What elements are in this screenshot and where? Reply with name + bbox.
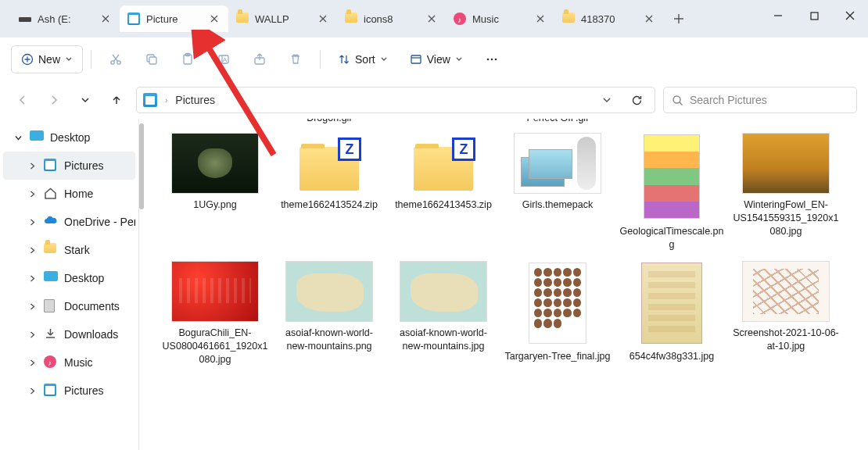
cut-button[interactable] (99, 45, 132, 73)
tab-wallp[interactable]: WALLP (228, 5, 337, 32)
close-tab-button[interactable] (208, 12, 221, 25)
sidebar-item-documents[interactable]: Documents (3, 292, 135, 320)
file-item[interactable]: 654c4fw38g331.jpg (615, 258, 729, 370)
scrollbar-thumb[interactable] (139, 123, 144, 209)
address-bar[interactable]: › Pictures (136, 87, 655, 113)
sidebar-item-music[interactable]: ♪Music (3, 348, 135, 377)
file-item[interactable]: asoiaf-known-world-new-mountains.png (272, 258, 386, 370)
onedrive-icon (44, 215, 58, 229)
tab-418370[interactable]: 418370 (554, 5, 663, 32)
separator (91, 50, 91, 69)
expand-chevron-icon[interactable] (13, 132, 23, 143)
separator (320, 50, 321, 69)
file-item[interactable]: WinteringFowl_EN-US1541559315_1920x1080.… (729, 130, 843, 255)
more-button[interactable] (475, 45, 508, 73)
file-item[interactable]: Ztheme1662413453.zip (386, 130, 500, 255)
view-button[interactable]: View (400, 45, 472, 73)
sidebar-item-stark[interactable]: Stark (3, 236, 135, 264)
file-name: BoguraChili_EN-US0800461661_1920x1080.jp… (161, 327, 269, 366)
sort-icon (338, 53, 350, 66)
forward-button[interactable] (42, 88, 66, 112)
tab-label: 418370 (581, 13, 637, 25)
expand-chevron-icon[interactable] (27, 160, 38, 171)
rename-button[interactable]: A (207, 45, 240, 73)
file-item[interactable]: asoiaf-known-world-new-mountains.jpg (386, 258, 500, 370)
expand-chevron-icon[interactable] (27, 301, 38, 312)
file-item[interactable]: Targaryen-Tree_final.jpg (500, 258, 615, 370)
sort-button[interactable]: Sort (328, 45, 397, 73)
sidebar-item-onedrive-per[interactable]: OneDrive - Per (3, 208, 135, 236)
file-item[interactable]: Girls.themepack (500, 130, 615, 255)
svg-point-14 (494, 59, 497, 61)
sidebar-item-desktop[interactable]: Desktop (3, 123, 135, 152)
back-button[interactable] (11, 88, 34, 112)
file-thumbnail (171, 133, 259, 194)
folder-icon (236, 12, 249, 25)
expand-chevron-icon[interactable] (27, 329, 38, 340)
file-name: Targaryen-Tree_final.jpg (504, 350, 610, 363)
address-dropdown-button[interactable] (595, 88, 619, 112)
file-name-partial: Perfect GIF.gif (500, 119, 615, 127)
sidebar-item-home[interactable]: Home (3, 180, 135, 208)
expand-chevron-icon[interactable] (27, 188, 38, 199)
tab-label: Ash (E: (38, 13, 93, 25)
paste-button[interactable] (171, 45, 204, 73)
tab-music[interactable]: ♪Music (446, 5, 554, 32)
recent-locations-button[interactable] (74, 88, 97, 112)
share-button[interactable] (243, 45, 276, 73)
tab-strip: Ash (E:PictureWALLPicons8♪Music418370 (0, 0, 868, 38)
svg-point-13 (490, 59, 493, 61)
expand-chevron-icon[interactable] (27, 385, 38, 396)
sidebar-item-desktop[interactable]: Desktop (3, 264, 135, 292)
expand-chevron-icon[interactable] (27, 273, 38, 284)
delete-button[interactable] (279, 45, 312, 73)
content-area[interactable]: Drogon.gifPerfect GIF.gif1UGy.pngZtheme1… (138, 119, 868, 450)
refresh-button[interactable] (625, 88, 648, 112)
close-tab-button[interactable] (317, 12, 329, 25)
file-item[interactable]: Ztheme1662413524.zip (272, 130, 386, 255)
sidebar-item-label: Stark (64, 244, 90, 256)
tab-ash-e-[interactable]: Ash (E: (11, 5, 120, 32)
sidebar-item-label: Music (64, 356, 93, 369)
copy-button[interactable] (135, 45, 168, 73)
file-item[interactable]: GeologicalTimescale.png (615, 130, 729, 255)
close-tab-button[interactable] (534, 12, 547, 25)
expand-chevron-icon[interactable] (27, 357, 38, 368)
file-name: asoiaf-known-world-new-mountains.jpg (389, 327, 497, 353)
maximize-button[interactable] (796, 0, 832, 31)
tab-picture[interactable]: Picture (120, 5, 228, 32)
file-name: Screenshot-2021-10-06-at-10.jpg (732, 327, 840, 353)
file-item[interactable]: Screenshot-2021-10-06-at-10.jpg (729, 258, 843, 370)
tab-icons8[interactable]: icons8 (337, 5, 446, 32)
close-tab-button[interactable] (425, 12, 438, 25)
minimize-button[interactable] (760, 0, 796, 31)
ellipsis-icon (485, 52, 499, 66)
expand-chevron-icon[interactable] (27, 216, 38, 227)
new-tab-button[interactable] (663, 5, 694, 32)
file-name-partial (615, 119, 729, 127)
file-item[interactable]: BoguraChili_EN-US0800461661_1920x1080.jp… (158, 258, 272, 370)
sort-button-label: Sort (355, 53, 375, 66)
svg-text:A: A (223, 56, 228, 63)
file-name: WinteringFowl_EN-US1541559315_1920x1080.… (732, 198, 840, 238)
file-item[interactable]: 1UGy.png (158, 130, 272, 255)
close-window-button[interactable] (832, 0, 868, 31)
file-thumbnail: Z (285, 133, 373, 194)
sidebar-item-downloads[interactable]: Downloads (3, 320, 135, 348)
sidebar-item-label: Desktop (64, 272, 104, 284)
sidebar-item-pictures[interactable]: Pictures (3, 377, 135, 405)
new-button[interactable]: New (11, 45, 83, 73)
close-tab-button[interactable] (99, 12, 112, 25)
svg-rect-5 (149, 57, 156, 64)
disk-icon (19, 12, 31, 25)
breadcrumb-current[interactable]: Pictures (175, 94, 215, 106)
file-name: asoiaf-known-world-new-mountains.png (275, 327, 383, 353)
search-input[interactable]: Search Pictures (663, 87, 857, 113)
sidebar-item-pictures[interactable]: Pictures (3, 152, 135, 180)
file-name: Girls.themepack (522, 198, 593, 212)
expand-chevron-icon[interactable] (27, 245, 38, 255)
close-tab-button[interactable] (643, 12, 655, 25)
sidebar-item-label: Documents (64, 300, 120, 312)
address-bar-row: › Pictures Search Pictures (0, 81, 868, 119)
up-button[interactable] (105, 88, 128, 112)
